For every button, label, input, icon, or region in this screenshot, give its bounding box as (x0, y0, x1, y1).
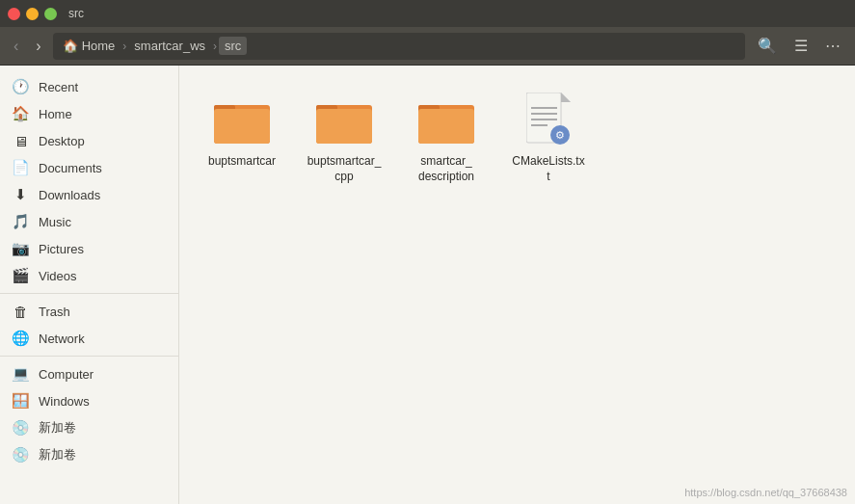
file-item-smartcar-description[interactable]: smartcar_description (403, 85, 490, 190)
close-button[interactable] (8, 8, 20, 20)
sidebar-label-pictures: Pictures (39, 242, 84, 256)
sidebar-label-music: Music (39, 215, 71, 229)
sidebar-item-recent[interactable]: 🕐 Recent (0, 73, 178, 100)
sidebar-label-trash: Trash (39, 305, 70, 319)
sidebar-label-new1: 新加卷 (39, 419, 76, 437)
sidebar-item-network[interactable]: 🌐 Network (0, 325, 178, 352)
recent-icon: 🕐 (12, 78, 29, 95)
sidebar-item-home[interactable]: 🏠 Home (0, 100, 178, 127)
breadcrumb-src-label: src (225, 39, 241, 53)
sidebar-item-new1[interactable]: 💿 新加卷 (0, 414, 178, 441)
list-view-icon: ☰ (794, 38, 808, 54)
sidebar-item-desktop[interactable]: 🖥 Desktop (0, 127, 178, 154)
sidebar-label-desktop: Desktop (39, 134, 85, 148)
sidebar-label-windows: Windows (39, 394, 90, 409)
home-nav-icon: 🏠 (12, 105, 29, 122)
sidebar-item-new2[interactable]: 💿 新加卷 (0, 441, 178, 468)
file-item-buptsmartcar-cpp[interactable]: buptsmartcar_cpp (301, 85, 387, 190)
sidebar-item-videos[interactable]: 🎬 Videos (0, 262, 178, 289)
sidebar-item-music[interactable]: 🎵 Music (0, 208, 178, 235)
videos-icon: 🎬 (12, 267, 29, 284)
new1-icon: 💿 (12, 419, 29, 437)
toolbar: ‹ › 🏠 Home › smartcar_ws › src 🔍 ☰ ⋯ (0, 27, 855, 66)
minimize-button[interactable] (26, 8, 39, 20)
sidebar-item-pictures[interactable]: 📷 Pictures (0, 235, 178, 262)
sidebar-label-new2: 新加卷 (39, 446, 76, 464)
breadcrumb: 🏠 Home › smartcar_ws › src (53, 33, 745, 60)
sidebar-label-recent: Recent (39, 80, 78, 94)
window-controls (8, 8, 57, 20)
list-view-button[interactable]: ☰ (788, 33, 815, 59)
svg-rect-2 (214, 109, 270, 144)
sidebar-item-computer[interactable]: 💻 Computer (0, 360, 178, 387)
breadcrumb-smartcar-ws-label: smartcar_ws (134, 39, 205, 53)
sidebar-item-documents[interactable]: 📄 Documents (0, 154, 178, 181)
forward-button[interactable]: › (30, 34, 46, 59)
file-label-buptsmartcar: buptsmartcar (208, 154, 276, 170)
breadcrumb-home[interactable]: 🏠 Home (57, 37, 121, 55)
breadcrumb-smartcar-ws[interactable]: smartcar_ws (128, 37, 211, 55)
file-label-buptsmartcar-cpp: buptsmartcar_cpp (307, 154, 382, 184)
downloads-icon: ⬇ (12, 186, 29, 203)
desktop-icon: 🖥 (12, 132, 29, 149)
svg-rect-5 (316, 109, 372, 144)
grid-view-button[interactable]: ⋯ (818, 33, 847, 59)
search-button[interactable]: 🔍 (751, 33, 784, 59)
svg-marker-11 (561, 93, 571, 102)
svg-rect-8 (418, 109, 474, 144)
folder-icon-smartcar-description (417, 91, 475, 148)
watermark: https://blog.csdn.net/qq_37668438 (684, 487, 847, 498)
main-area: 🕐 Recent 🏠 Home 🖥 Desktop 📄 Documents ⬇ … (0, 66, 855, 504)
file-item-buptsmartcar[interactable]: buptsmartcar (199, 85, 285, 190)
sidebar-item-trash[interactable]: 🗑 Trash (0, 298, 178, 325)
title-bar: src (0, 0, 855, 27)
new2-icon: 💿 (12, 446, 29, 464)
music-icon: 🎵 (12, 213, 29, 230)
grid-view-icon: ⋯ (825, 38, 841, 54)
folder-icon-buptsmartcar (213, 91, 271, 148)
pictures-icon: 📷 (12, 240, 29, 257)
computer-icon: 💻 (12, 365, 29, 383)
trash-icon: 🗑 (12, 303, 29, 320)
toolbar-right: 🔍 ☰ ⋯ (751, 33, 847, 59)
breadcrumb-sep-2: › (213, 40, 217, 53)
windows-icon: 🪟 (12, 392, 29, 410)
sidebar-label-documents: Documents (39, 161, 102, 175)
file-item-cmakelists[interactable]: ⚙ CMakeLists.txt (505, 85, 592, 190)
sidebar-label-downloads: Downloads (39, 188, 100, 202)
documents-icon: 📄 (12, 159, 29, 176)
home-icon: 🏠 (63, 39, 78, 53)
sidebar-label-videos: Videos (39, 269, 77, 283)
sidebar-label-computer: Computer (39, 367, 94, 382)
file-area: buptsmartcar buptsmartcar_cpp (179, 66, 855, 504)
folder-icon-buptsmartcar-cpp (315, 91, 373, 148)
sidebar-sep-2 (0, 356, 178, 357)
breadcrumb-sep-1: › (122, 40, 126, 53)
breadcrumb-home-label: Home (82, 39, 116, 53)
window-title: src (68, 7, 84, 20)
sidebar-sep-1 (0, 293, 178, 294)
back-button[interactable]: ‹ (8, 34, 24, 59)
file-label-cmakelists: CMakeLists.txt (511, 154, 586, 184)
sidebar-label-network: Network (39, 332, 85, 346)
svg-text:⚙: ⚙ (555, 129, 565, 141)
maximize-button[interactable] (44, 8, 57, 20)
sidebar: 🕐 Recent 🏠 Home 🖥 Desktop 📄 Documents ⬇ … (0, 66, 179, 504)
sidebar-item-downloads[interactable]: ⬇ Downloads (0, 181, 178, 208)
network-icon: 🌐 (12, 330, 29, 347)
breadcrumb-src[interactable]: src (219, 37, 247, 55)
search-icon: 🔍 (758, 38, 777, 54)
sidebar-item-windows[interactable]: 🪟 Windows (0, 387, 178, 414)
file-label-smartcar-description: smartcar_description (418, 154, 474, 184)
textfile-icon-cmakelists: ⚙ (520, 91, 577, 148)
sidebar-label-home: Home (39, 107, 72, 121)
